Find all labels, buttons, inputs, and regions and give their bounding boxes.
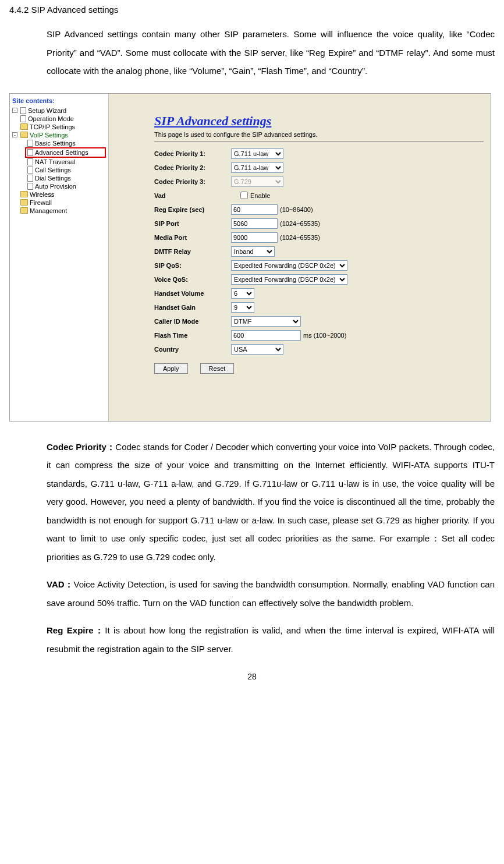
tree-item-label: Call Settings [35,167,71,173]
row-sip-port: SIP Port (1024~65535) [154,218,484,229]
reset-button[interactable]: Reset [200,363,235,374]
section-heading: 4.4.2 SIP Advanced settings [9,5,495,15]
row-dtmf: DMTF Relay Inband [154,246,484,257]
document-icon [27,167,33,173]
document-icon [27,158,33,165]
select-caller-id[interactable]: DTMF [231,316,301,327]
select-dtmf[interactable]: Inband [231,246,275,257]
tree-item-label: Management [30,207,67,214]
tree-item-wireless[interactable]: Wireless [12,190,106,199]
tree-item-label: Operation Mode [28,115,74,122]
select-country[interactable]: USA [231,344,283,355]
desc-reg-text: It is about how long the registration is… [47,625,495,654]
panel-subtitle: This page is used to configure the SIP a… [154,131,484,138]
input-flash-time[interactable] [231,330,301,341]
tree-item-advanced-settings-highlight: Advanced Settings [25,147,106,158]
hint-sip-port: (1024~65535) [280,220,320,227]
page-number: 28 [9,672,495,681]
tree-item-label: Advanced Settings [35,149,88,156]
tree-item-firewall[interactable]: Firewall [12,199,106,207]
tree-item-tcpip[interactable]: TCP/IP Settings [12,123,106,131]
label-voice-qos: Voice QoS: [154,276,231,283]
row-flash-time: Flash Time ms (100~2000) [154,330,484,341]
label-codec2: Codec Priority 2: [154,164,231,171]
desc-reg-expire: Reg Expire：It is about how long the regi… [47,621,495,658]
tree-item-call-settings[interactable]: Call Settings [27,166,106,174]
select-handset-volume[interactable]: 6 [231,288,254,299]
desc-vad: VAD：Voice Activity Detection, is used fo… [47,575,495,612]
folder-icon [20,191,28,197]
row-media-port: Media Port (1024~65535) [154,232,484,243]
tree-item-label: Dial Settings [35,175,71,182]
document-icon [20,107,26,114]
tree-item-label: Wireless [30,191,54,198]
label-sip-port: SIP Port [154,220,231,227]
label-sip-qos: SIP QoS: [154,262,231,269]
input-sip-port[interactable] [231,218,278,229]
select-sip-qos[interactable]: Expedited Forwarding (DSCP 0x2e) [231,260,347,271]
tree-item-basic-settings[interactable]: Basic Settings [27,139,106,147]
panel-title: SIP Advanced settings [154,114,484,129]
label-media-port: Media Port [154,234,231,241]
row-codec2: Codec Priority 2: G.711 a-law [154,162,484,173]
row-voice-qos: Voice QoS: Expedited Forwarding (DSCP 0x… [154,274,484,285]
folder-icon [20,199,28,206]
select-handset-gain[interactable]: 9 [231,302,254,313]
row-sip-qos: SIP QoS: Expedited Forwarding (DSCP 0x2e… [154,260,484,271]
tree-item-label: Auto Provision [35,183,76,190]
intro-paragraph: SIP Advanced settings contain many other… [47,25,495,80]
row-codec3: Codec Priority 3: G.729 [154,176,484,187]
row-handset-gain: Handset Gain 9 [154,302,484,313]
tree-item-label: Firewall [30,199,52,206]
document-icon [27,183,33,190]
tree-item-operation-mode[interactable]: Operation Mode [12,115,106,123]
select-codec1[interactable]: G.711 u-law [231,148,283,159]
vad-enable-label: Enable [250,192,270,199]
tree-item-label: Basic Settings [35,140,76,147]
select-codec3[interactable]: G.729 [231,176,283,187]
select-voice-qos[interactable]: Expedited Forwarding (DSCP 0x2e) [231,274,347,285]
tree-item-label: TCP/IP Settings [30,123,75,130]
row-reg-expire: Reg Expire (sec) (10~86400) [154,204,484,215]
collapse-icon: - [12,132,17,137]
tree-title: Site contents: [12,97,106,104]
settings-content-panel: SIP Advanced settings This page is used … [109,94,491,421]
checkbox-vad-enable[interactable] [240,192,248,199]
tree-item-label: VoIP Settings [30,132,68,139]
label-codec3: Codec Priority 3: [154,178,231,185]
tree-item-dial-settings[interactable]: Dial Settings [27,174,106,182]
label-handset-volume: Handset Volume [154,290,231,297]
row-codec1: Codec Priority 1: G.711 u-law [154,148,484,160]
tree-item-advanced-settings[interactable]: Advanced Settings [27,148,104,157]
hint-flash-time: ms (100~2000) [303,332,346,339]
row-country: Country USA [154,344,484,355]
row-vad: Vad Enable [154,190,484,201]
row-caller-id: Caller ID Mode DTMF [154,316,484,327]
tree-item-management[interactable]: Management [12,207,106,215]
folder-icon [20,123,28,130]
label-handset-gain: Handset Gain [154,304,231,311]
collapse-icon: - [12,108,17,113]
label-country: Country [154,346,231,353]
folder-open-icon [20,132,28,138]
label-caller-id: Caller ID Mode [154,318,231,325]
select-codec2[interactable]: G.711 a-law [231,162,283,173]
label-reg-expire: Reg Expire (sec) [154,206,231,213]
divider [154,141,484,142]
document-icon [27,149,33,156]
tree-item-setup-wizard[interactable]: - Setup Wizard [12,107,106,115]
desc-vad-label: VAD： [47,579,73,589]
button-row: Apply Reset [154,357,484,374]
tree-item-voip[interactable]: - VoIP Settings [12,131,106,139]
input-media-port[interactable] [231,232,278,243]
apply-button[interactable]: Apply [154,363,188,374]
folder-icon [20,207,28,214]
tree-item-auto-provision[interactable]: Auto Provision [27,182,106,190]
desc-codec-label: Codec Priority： [47,442,115,452]
nav-tree-panel: Site contents: - Setup Wizard Operation … [10,94,109,421]
tree-item-label: Setup Wizard [28,107,66,114]
settings-screenshot: Site contents: - Setup Wizard Operation … [9,93,491,422]
input-reg-expire[interactable] [231,204,278,215]
tree-item-nat-traversal[interactable]: NAT Traversal [27,158,106,166]
document-icon [27,140,33,147]
